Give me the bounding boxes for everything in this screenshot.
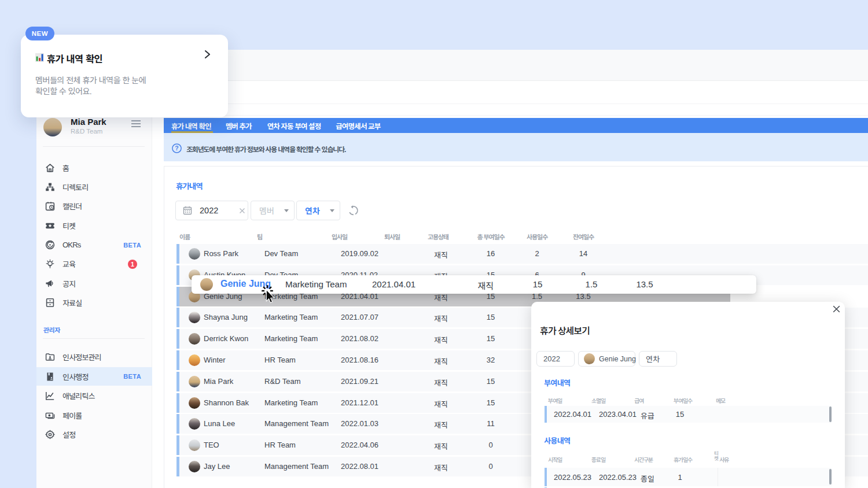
svg-text:?: ?: [175, 145, 178, 151]
